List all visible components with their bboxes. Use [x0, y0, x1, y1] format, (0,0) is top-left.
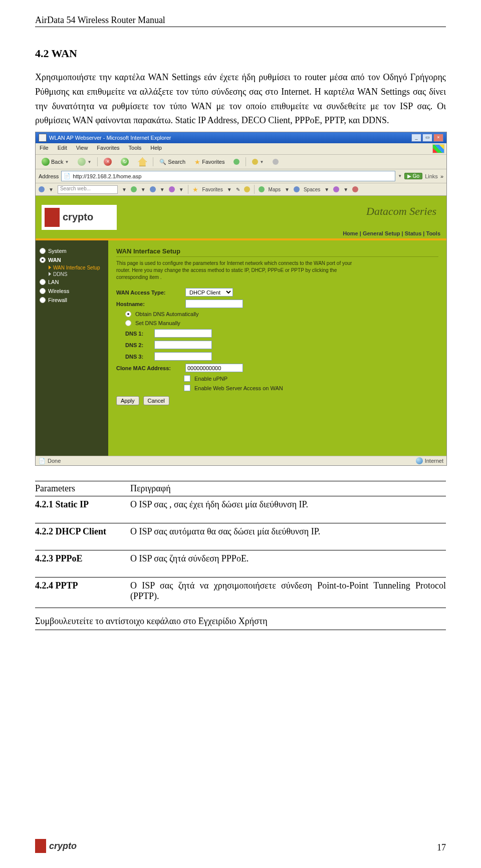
sidebar-item-lan[interactable]: LAN — [40, 277, 104, 286]
hostname-input[interactable] — [185, 300, 243, 308]
toolbar-search-input[interactable]: Search web... — [58, 185, 118, 194]
param-row-dhcp: 4.2.2 DHCP Client Ο ISP σας αυτόματα θα … — [35, 523, 446, 550]
chevron-down-icon: ▼ — [87, 160, 91, 164]
dns1-label: DNS 1: — [116, 331, 150, 337]
ie-toolbar: Back ▼ ▼ × ↻ 🔍 Search ★ Favorites ▼ — [36, 155, 446, 169]
menu-view[interactable]: View — [74, 144, 90, 153]
router-top-nav[interactable]: Home | General Setup | Status | Tools — [343, 230, 440, 236]
dns-manual-label: Set DNS Manually — [135, 320, 180, 326]
sidebar-sub-wan-interface[interactable]: WAN Interface Setup — [49, 264, 104, 271]
page-number: 17 — [437, 842, 446, 853]
search-icon: 🔍 — [159, 159, 166, 165]
radio-icon — [40, 297, 46, 303]
back-label: Back — [51, 159, 63, 165]
close-button[interactable]: × — [433, 134, 443, 142]
search-button[interactable]: 🔍 Search — [156, 158, 188, 166]
toolbar-separator — [153, 157, 153, 166]
menu-edit[interactable]: Edit — [56, 144, 69, 153]
go-button[interactable]: ▶ Go — [404, 173, 422, 179]
toolbar-separator — [97, 157, 98, 166]
page-footer: crypto 17 — [35, 839, 446, 853]
sidebar-item-firewall[interactable]: Firewall — [40, 296, 104, 305]
address-dropdown-icon[interactable]: ▼ — [398, 174, 402, 178]
back-button[interactable]: Back ▼ — [39, 157, 72, 167]
phish-icon[interactable] — [169, 186, 175, 192]
menu-help[interactable]: Help — [148, 144, 164, 153]
hostname-label: Hostname: — [116, 301, 181, 307]
star-icon: ★ — [192, 186, 198, 193]
popup-icon[interactable] — [150, 186, 156, 192]
mail-button[interactable]: ▼ — [249, 158, 267, 166]
extra-spaces[interactable]: Spaces — [304, 187, 320, 192]
radio-selected-icon[interactable] — [125, 311, 131, 317]
maximize-button[interactable]: ▭ — [422, 134, 432, 142]
media-button[interactable] — [230, 158, 243, 166]
dns3-input[interactable] — [154, 352, 212, 361]
clone-mac-input[interactable] — [185, 364, 243, 372]
param-name: 4.2.4 PPTP — [35, 581, 130, 602]
menu-favorites[interactable]: Favorites — [95, 144, 121, 153]
param-desc: Ο ISP σας , σας έχει ήδη δώσει μία διεύθ… — [130, 499, 446, 510]
radio-icon[interactable] — [125, 320, 131, 326]
ie-page-icon — [39, 134, 47, 142]
home-icon — [138, 157, 147, 166]
links-label[interactable]: Links — [425, 173, 438, 179]
favorites-button[interactable]: ★ Favorites — [191, 157, 227, 167]
minimize-button[interactable]: _ — [411, 134, 421, 142]
sidebar-item-system[interactable]: System — [40, 246, 104, 255]
dns3-label: DNS 3: — [116, 354, 150, 360]
highlight-icon[interactable] — [244, 186, 250, 192]
menu-file[interactable]: File — [38, 144, 51, 153]
clone-mac-label: Clone MAC Address: — [116, 365, 181, 371]
param-name: 4.2.2 DHCP Client — [35, 526, 130, 537]
radio-icon — [40, 288, 46, 294]
param-row-pppoe: 4.2.3 PPPoE Ο ISP σας ζητά σύνδεση PPPoE… — [35, 550, 446, 577]
extra-favorites[interactable]: Favorites — [202, 187, 223, 192]
menu-tools[interactable]: Tools — [127, 144, 144, 153]
router-logo: crypto — [42, 205, 117, 230]
page-icon: 📄 — [64, 173, 71, 179]
msn-icon[interactable] — [333, 186, 339, 192]
dns2-input[interactable] — [154, 341, 212, 349]
address-input[interactable]: 📄 http://192.168.2.1/home.asp — [61, 171, 395, 181]
param-desc: Ο ISP σας ζητά σύνδεση PPPoE. — [130, 553, 446, 564]
maps-icon — [259, 186, 265, 192]
radio-icon — [40, 279, 46, 285]
logo-text: crypto — [63, 211, 93, 223]
print-button[interactable] — [270, 158, 282, 166]
forward-button[interactable]: ▼ — [75, 157, 94, 167]
webwan-checkbox[interactable] — [184, 385, 190, 391]
cancel-button[interactable]: Cancel — [143, 396, 169, 405]
param-row-pptp: 4.2.4 PPTP Ο ISP σας ζητά να χρησιμοποιή… — [35, 577, 446, 605]
shield-icon[interactable] — [131, 186, 137, 192]
print-icon — [273, 159, 279, 165]
param-desc: Ο ISP σας ζητά να χρησιμοποιήσετε σύνδεσ… — [130, 581, 446, 602]
param-head-left: Parameters — [35, 483, 130, 494]
wan-access-select[interactable]: DHCP Client — [185, 288, 233, 297]
stop-button[interactable]: × — [101, 157, 115, 167]
warn-icon[interactable] — [352, 186, 358, 192]
upnp-checkbox[interactable] — [184, 375, 190, 382]
pencil-icon[interactable]: ✎ — [236, 187, 240, 192]
refresh-button[interactable]: ↻ — [118, 157, 132, 167]
mail-icon — [252, 159, 258, 165]
extra-maps[interactable]: Maps — [269, 187, 281, 192]
section-heading: 4.2 WAN — [35, 47, 446, 60]
apply-button[interactable]: Apply — [116, 396, 139, 405]
sidebar-sub-ddns[interactable]: DDNS — [49, 271, 104, 277]
sidebar-item-wan[interactable]: WAN — [40, 255, 104, 264]
home-button[interactable] — [135, 156, 150, 167]
status-zone: Internet — [425, 458, 443, 464]
ie-address-bar: Address 📄 http://192.168.2.1/home.asp ▼ … — [36, 169, 446, 183]
body-paragraph: Χρησιμοποιήστε την καρτέλα WAN Settings … — [35, 70, 446, 128]
dns1-input[interactable] — [154, 329, 212, 338]
logo-square-icon — [45, 208, 60, 227]
media-icon — [233, 159, 239, 165]
ie-titlebar: WLAN AP Webserver - Microsoft Internet E… — [36, 132, 446, 143]
sidebar-item-wireless[interactable]: Wireless — [40, 286, 104, 296]
form-intro: This page is used to configure the param… — [116, 260, 367, 281]
document-header: AirData 54 Wireless Router Manual — [35, 15, 446, 27]
webwan-label: Enable Web Server Access on WAN — [194, 385, 283, 391]
back-icon — [42, 158, 50, 166]
address-value: http://192.168.2.1/home.asp — [73, 173, 141, 179]
